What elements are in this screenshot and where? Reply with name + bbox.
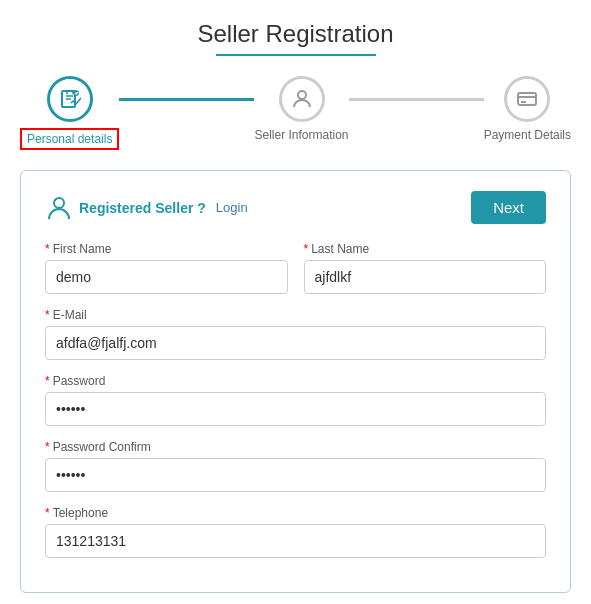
last-name-input[interactable]	[304, 260, 547, 294]
svg-point-2	[298, 91, 306, 99]
password-input[interactable]	[45, 392, 546, 426]
step-payment-label: Payment Details	[484, 128, 571, 142]
svg-point-1	[73, 90, 79, 96]
registered-seller-text: Registered Seller ?	[79, 200, 206, 216]
name-row: *First Name *Last Name	[45, 242, 546, 294]
password-confirm-group: *Password Confirm	[45, 440, 546, 492]
first-name-required: *	[45, 242, 50, 256]
telephone-row: *Telephone	[45, 506, 546, 558]
step-payment: Payment Details	[484, 76, 571, 142]
password-confirm-label: *Password Confirm	[45, 440, 546, 454]
next-button[interactable]: Next	[471, 191, 546, 224]
first-name-label: *First Name	[45, 242, 288, 256]
email-required: *	[45, 308, 50, 322]
last-name-group: *Last Name	[304, 242, 547, 294]
registration-form-card: Registered Seller ? Login Next *First Na…	[20, 170, 571, 593]
step-line-2	[349, 98, 484, 101]
step-personal-circle	[47, 76, 93, 122]
registered-seller-section: Registered Seller ? Login	[45, 194, 248, 222]
password-required: *	[45, 374, 50, 388]
password-confirm-input[interactable]	[45, 458, 546, 492]
steps-progress: Personal details Seller Information Paym…	[20, 76, 571, 150]
last-name-required: *	[304, 242, 309, 256]
telephone-group: *Telephone	[45, 506, 546, 558]
password-confirm-row: *Password Confirm	[45, 440, 546, 492]
telephone-input[interactable]	[45, 524, 546, 558]
step-payment-circle	[504, 76, 550, 122]
email-row: *E-Mail	[45, 308, 546, 360]
telephone-label: *Telephone	[45, 506, 546, 520]
step-seller-label: Seller Information	[254, 128, 348, 142]
form-header: Registered Seller ? Login Next	[45, 191, 546, 224]
step-line-1	[119, 98, 254, 101]
login-link[interactable]: Login	[216, 200, 248, 215]
email-input[interactable]	[45, 326, 546, 360]
email-group: *E-Mail	[45, 308, 546, 360]
page-title: Seller Registration	[20, 20, 571, 48]
step-seller-circle	[279, 76, 325, 122]
last-name-label: *Last Name	[304, 242, 547, 256]
password-label: *Password	[45, 374, 546, 388]
svg-point-6	[54, 198, 64, 208]
email-label: *E-Mail	[45, 308, 546, 322]
password-group: *Password	[45, 374, 546, 426]
title-underline	[216, 54, 376, 56]
first-name-input[interactable]	[45, 260, 288, 294]
svg-rect-3	[518, 93, 536, 105]
step-seller: Seller Information	[254, 76, 348, 142]
step-personal-label: Personal details	[20, 128, 119, 150]
step-personal: Personal details	[20, 76, 119, 150]
svg-rect-5	[521, 101, 526, 103]
password-confirm-required: *	[45, 440, 50, 454]
registered-seller-icon	[45, 194, 73, 222]
telephone-required: *	[45, 506, 50, 520]
first-name-group: *First Name	[45, 242, 288, 294]
password-row: *Password	[45, 374, 546, 426]
